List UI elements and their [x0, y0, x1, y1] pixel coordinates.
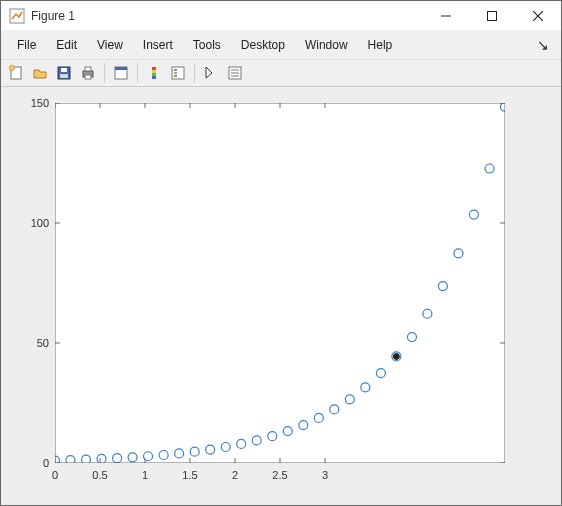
- x-tick-label: 0: [52, 469, 58, 481]
- open-icon[interactable]: [29, 62, 51, 84]
- titlebar: Figure 1: [1, 1, 561, 31]
- menu-file[interactable]: File: [7, 34, 46, 56]
- y-tick-label: 50: [37, 337, 49, 349]
- y-tick-label: 100: [31, 217, 49, 229]
- data-point[interactable]: [407, 333, 416, 342]
- svg-rect-11: [85, 67, 91, 71]
- data-point[interactable]: [252, 436, 261, 445]
- menu-view[interactable]: View: [87, 34, 133, 56]
- print-icon[interactable]: [77, 62, 99, 84]
- dock-icon[interactable]: ↘: [531, 37, 555, 53]
- data-point[interactable]: [221, 442, 230, 451]
- maximize-button[interactable]: [469, 1, 515, 31]
- selected-point[interactable]: [393, 353, 399, 359]
- data-point[interactable]: [206, 445, 215, 454]
- svg-rect-17: [152, 73, 156, 76]
- data-point[interactable]: [82, 455, 91, 463]
- svg-rect-14: [115, 67, 127, 70]
- data-point[interactable]: [175, 449, 184, 458]
- save-icon[interactable]: [53, 62, 75, 84]
- menu-desktop[interactable]: Desktop: [231, 34, 295, 56]
- x-tick-label: 0.5: [92, 469, 107, 481]
- figure-canvas[interactable]: 050100150 00.511.522.53 Type: Scatter ✕ …: [1, 87, 561, 505]
- svg-rect-19: [172, 67, 184, 79]
- properties-icon[interactable]: [224, 62, 246, 84]
- data-point[interactable]: [376, 369, 385, 378]
- data-point[interactable]: [469, 210, 478, 219]
- data-point[interactable]: [438, 282, 447, 291]
- toolbar: [1, 59, 561, 87]
- new-figure-icon[interactable]: [5, 62, 27, 84]
- svg-rect-49: [55, 103, 505, 463]
- data-point[interactable]: [454, 249, 463, 258]
- svg-rect-18: [152, 76, 156, 79]
- data-point[interactable]: [485, 164, 494, 173]
- data-point[interactable]: [299, 421, 308, 430]
- data-point[interactable]: [268, 432, 277, 441]
- data-point[interactable]: [97, 454, 106, 463]
- colorbar-icon[interactable]: [143, 62, 165, 84]
- edit-plot-icon[interactable]: [200, 62, 222, 84]
- data-point[interactable]: [314, 413, 323, 422]
- svg-rect-15: [152, 67, 156, 70]
- close-button[interactable]: [515, 1, 561, 31]
- menu-tools[interactable]: Tools: [183, 34, 231, 56]
- svg-rect-9: [60, 74, 68, 78]
- menu-edit[interactable]: Edit: [46, 34, 87, 56]
- app-icon: [9, 8, 25, 24]
- menu-window[interactable]: Window: [295, 34, 358, 56]
- x-tick-label: 2: [232, 469, 238, 481]
- data-point[interactable]: [361, 383, 370, 392]
- data-point[interactable]: [283, 427, 292, 436]
- window-title: Figure 1: [31, 9, 423, 23]
- data-point[interactable]: [128, 453, 137, 462]
- y-tick-label: 150: [31, 97, 49, 109]
- data-point[interactable]: [159, 450, 168, 459]
- menu-insert[interactable]: Insert: [133, 34, 183, 56]
- svg-rect-2: [488, 11, 497, 20]
- minimize-button[interactable]: [423, 1, 469, 31]
- x-tick-label: 2.5: [272, 469, 287, 481]
- data-point[interactable]: [345, 395, 354, 404]
- data-point[interactable]: [55, 456, 60, 463]
- menu-help[interactable]: Help: [358, 34, 403, 56]
- axes[interactable]: 050100150 00.511.522.53: [55, 103, 505, 463]
- svg-rect-8: [61, 68, 67, 72]
- svg-rect-16: [152, 70, 156, 73]
- data-point[interactable]: [113, 454, 122, 463]
- data-point[interactable]: [501, 103, 506, 111]
- data-point[interactable]: [330, 405, 339, 414]
- scatter-plot[interactable]: [55, 103, 505, 463]
- data-point[interactable]: [237, 439, 246, 448]
- data-point[interactable]: [190, 447, 199, 456]
- svg-point-6: [10, 66, 15, 71]
- toolbar-separator-3: [194, 63, 195, 83]
- toolbar-separator-1: [104, 63, 105, 83]
- x-tick-label: 1.5: [182, 469, 197, 481]
- menubar: File Edit View Insert Tools Desktop Wind…: [1, 31, 561, 59]
- data-point[interactable]: [66, 456, 75, 463]
- legend-icon[interactable]: [167, 62, 189, 84]
- data-point[interactable]: [423, 309, 432, 318]
- x-tick-label: 3: [322, 469, 328, 481]
- y-tick-label: 0: [43, 457, 49, 469]
- data-point[interactable]: [144, 452, 153, 461]
- svg-rect-12: [85, 75, 91, 79]
- toolbar-separator-2: [137, 63, 138, 83]
- copy-figure-icon[interactable]: [110, 62, 132, 84]
- x-tick-label: 1: [142, 469, 148, 481]
